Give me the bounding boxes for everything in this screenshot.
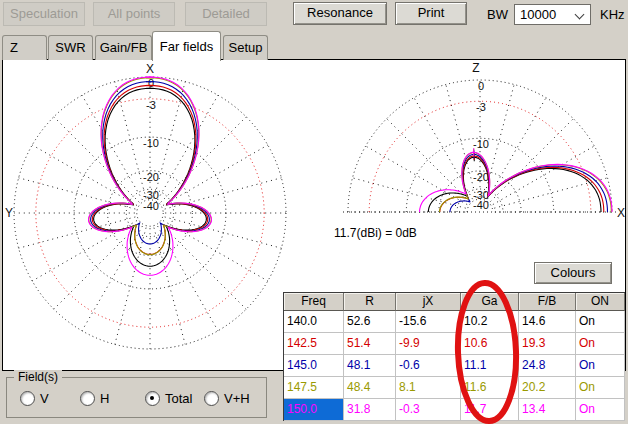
table-row: 142.551.4-9.910.619.3On bbox=[284, 333, 625, 355]
table-cell-fb[interactable]: 20.2 bbox=[519, 377, 576, 399]
table-cell-ga[interactable]: 10.6 bbox=[461, 333, 519, 355]
svg-text:-40: -40 bbox=[473, 199, 489, 211]
svg-text:-20: -20 bbox=[143, 171, 159, 183]
elevation-plot: 0-3-10-20-30-40ZX bbox=[343, 61, 625, 220]
table-cell-fb[interactable]: 13.4 bbox=[519, 399, 576, 421]
table-cell-fb[interactable]: 14.6 bbox=[519, 311, 576, 333]
svg-text:-10: -10 bbox=[143, 137, 159, 149]
table-cell-freq[interactable]: 147.5 bbox=[284, 377, 344, 399]
column-header-on: ON bbox=[576, 293, 625, 311]
table-cell-fb[interactable]: 19.3 bbox=[519, 333, 576, 355]
axis-label-x: X bbox=[146, 62, 154, 76]
radio-v[interactable]: V bbox=[20, 391, 49, 406]
frequency-table: FreqRjXGaF/BON140.052.6-15.610.214.6On14… bbox=[283, 292, 625, 421]
khz-label: KHz bbox=[600, 7, 625, 22]
table-cell-jx[interactable]: -9.9 bbox=[396, 333, 461, 355]
table-cell-freq[interactable]: 145.0 bbox=[284, 355, 344, 377]
radio-label: V bbox=[40, 391, 49, 406]
normalization-note: 11.7(dBi) = 0dB bbox=[334, 226, 417, 240]
table-cell-on[interactable]: On bbox=[576, 311, 625, 333]
app-window: { "toolbar": { "speculation": "Speculati… bbox=[0, 0, 628, 424]
all-points-button[interactable]: All points bbox=[93, 2, 175, 26]
print-button[interactable]: Print bbox=[395, 2, 467, 25]
fields-group-label: Field(s) bbox=[14, 370, 62, 384]
svg-text:-3: -3 bbox=[146, 99, 156, 111]
column-header-freq: Freq bbox=[284, 293, 344, 311]
bw-label: BW bbox=[487, 7, 508, 22]
tab-swr[interactable]: SWR bbox=[48, 35, 93, 60]
table-cell-jx[interactable]: 8.1 bbox=[396, 377, 461, 399]
svg-text:0: 0 bbox=[478, 80, 484, 92]
chevron-down-icon[interactable] bbox=[575, 10, 585, 20]
column-header-jx: jX bbox=[396, 293, 461, 311]
table-header-row: FreqRjXGaF/BON bbox=[284, 293, 625, 311]
radio-icon bbox=[145, 391, 160, 406]
axis-label-y: Y bbox=[5, 206, 13, 220]
radio-icon bbox=[20, 391, 35, 406]
colours-button[interactable]: Colours bbox=[534, 262, 612, 284]
toolbar: Speculation All points Detailed Resonanc… bbox=[0, 0, 628, 30]
axis-label-z: Z bbox=[472, 61, 479, 75]
table-cell-jx[interactable]: -0.3 bbox=[396, 399, 461, 421]
table-cell-freq[interactable]: 150.0 bbox=[284, 399, 344, 421]
table-cell-freq[interactable]: 142.5 bbox=[284, 333, 344, 355]
table-cell-r[interactable]: 48.1 bbox=[344, 355, 396, 377]
table-row: 145.048.1-0.611.124.8On bbox=[284, 355, 625, 377]
table-cell-freq[interactable]: 140.0 bbox=[284, 311, 344, 333]
svg-text:-10: -10 bbox=[473, 138, 489, 150]
svg-text:0: 0 bbox=[148, 77, 154, 89]
radio-icon bbox=[204, 391, 219, 406]
azimuth-plot: 0-3-10-20-30-40XY bbox=[5, 62, 286, 349]
table-cell-fb[interactable]: 24.8 bbox=[519, 355, 576, 377]
table-cell-r[interactable]: 51.4 bbox=[344, 333, 396, 355]
table-cell-ga[interactable]: 10.2 bbox=[461, 311, 519, 333]
svg-text:-3: -3 bbox=[476, 101, 486, 113]
tab-setup[interactable]: Setup bbox=[223, 35, 268, 60]
column-header-fb: F/B bbox=[519, 293, 576, 311]
column-header-ga: Ga bbox=[461, 293, 519, 311]
table-cell-on[interactable]: On bbox=[576, 333, 625, 355]
table-cell-on[interactable]: On bbox=[576, 377, 625, 399]
table-cell-r[interactable]: 31.8 bbox=[344, 399, 396, 421]
radio-icon bbox=[80, 391, 95, 406]
bw-combobox[interactable]: 10000 bbox=[514, 4, 591, 25]
svg-text:-40: -40 bbox=[143, 200, 159, 212]
table-cell-r[interactable]: 48.4 bbox=[344, 377, 396, 399]
table-row: 150.031.8-0.311.713.4On bbox=[284, 399, 625, 421]
radio-v-h[interactable]: V+H bbox=[204, 391, 250, 406]
radio-label: V+H bbox=[224, 391, 250, 406]
speculation-button[interactable]: Speculation bbox=[3, 2, 85, 26]
svg-text:-20: -20 bbox=[473, 171, 489, 183]
pattern-curve-150.0 bbox=[420, 152, 613, 212]
axis-label-x: X bbox=[617, 206, 625, 220]
bw-value: 10000 bbox=[520, 7, 556, 22]
table-row: 140.052.6-15.610.214.6On bbox=[284, 311, 625, 333]
radio-h[interactable]: H bbox=[80, 391, 109, 406]
table-cell-r[interactable]: 52.6 bbox=[344, 311, 396, 333]
tab-gain-fb[interactable]: Gain/FB bbox=[95, 35, 152, 60]
tab-z[interactable]: Z bbox=[2, 35, 47, 60]
column-header-r: R bbox=[344, 293, 396, 311]
tab-far-fields[interactable]: Far fields bbox=[152, 31, 221, 61]
table-cell-ga[interactable]: 11.7 bbox=[461, 399, 519, 421]
detailed-button[interactable]: Detailed bbox=[185, 2, 267, 26]
table-cell-jx[interactable]: -0.6 bbox=[396, 355, 461, 377]
table-cell-on[interactable]: On bbox=[576, 399, 625, 421]
table-cell-ga[interactable]: 11.6 bbox=[461, 377, 519, 399]
table-cell-on[interactable]: On bbox=[576, 355, 625, 377]
radio-label: H bbox=[100, 391, 109, 406]
table-cell-ga[interactable]: 11.1 bbox=[461, 355, 519, 377]
fields-groupbox: Field(s) VHTotalV+H bbox=[6, 377, 267, 418]
table-cell-jx[interactable]: -15.6 bbox=[396, 311, 461, 333]
radio-label: Total bbox=[165, 391, 192, 406]
resonance-button[interactable]: Resonance bbox=[293, 2, 387, 25]
radio-total[interactable]: Total bbox=[145, 391, 192, 406]
table-row: 147.548.48.111.620.2On bbox=[284, 377, 625, 399]
